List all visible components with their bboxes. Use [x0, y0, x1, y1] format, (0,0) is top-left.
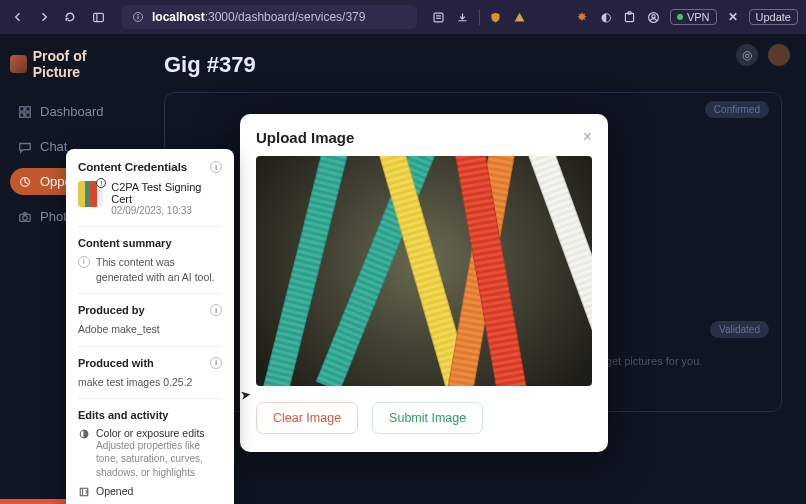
edits-header: Edits and activity — [78, 409, 168, 421]
svg-rect-12 — [20, 106, 24, 110]
vpn-badge[interactable]: VPN — [670, 9, 717, 25]
extensions-icon[interactable] — [622, 9, 638, 25]
sidebar-toggle-icon[interactable] — [88, 7, 108, 27]
edit-title: Opened — [96, 485, 133, 497]
uploaded-image-preview — [256, 156, 592, 386]
shield-icon[interactable] — [488, 9, 504, 25]
svg-point-11 — [652, 14, 655, 17]
opportunities-icon — [18, 175, 32, 189]
produced-with-header: Produced with — [78, 357, 154, 369]
content-credentials-panel: Content Credentials i ! C2PA Test Signin… — [66, 149, 234, 504]
info-icon[interactable]: i — [210, 161, 222, 173]
info-icon[interactable]: i — [210, 357, 222, 369]
browser-chrome: localhost:3000/dashboard/services/379 ✸ … — [0, 0, 806, 34]
svg-point-3 — [137, 14, 139, 16]
produced-by-section: Produced byi Adobe make_test — [78, 293, 222, 345]
produced-by-header: Produced by — [78, 304, 145, 316]
summary-text: This content was generated with an AI to… — [96, 255, 222, 285]
close-tab-icon[interactable]: ✕ — [725, 9, 741, 25]
brand-name: Proof of Picture — [33, 48, 130, 80]
back-button[interactable] — [8, 7, 28, 27]
cert-badge-icon: ! — [96, 178, 106, 188]
edit-title: Color or exposure edits — [96, 427, 222, 439]
credentials-header: Content Credentials i — [78, 161, 222, 173]
edit-item-color: Color or exposure edits Adjusted propert… — [78, 427, 222, 480]
cert-thumbnail: ! — [78, 181, 103, 207]
nav-group — [8, 7, 80, 27]
url-bar[interactable]: localhost:3000/dashboard/services/379 — [122, 5, 417, 29]
submit-image-button[interactable]: Submit Image — [372, 402, 483, 434]
edits-activity-section: Edits and activity Color or exposure edi… — [78, 398, 222, 499]
produced-with-section: Produced withi make test images 0.25.2 — [78, 346, 222, 398]
upload-image-modal: Upload Image × Clear Image Submit Image — [240, 114, 608, 452]
summary-header: Content summary — [78, 237, 172, 249]
cert-name: C2PA Test Signing Cert — [111, 181, 222, 205]
modal-title: Upload Image — [256, 129, 354, 146]
svg-point-18 — [23, 215, 27, 219]
dashboard-icon — [18, 105, 32, 119]
download-icon[interactable] — [455, 9, 471, 25]
info-icon[interactable]: i — [210, 304, 222, 316]
modal-header: Upload Image × — [256, 128, 592, 146]
modal-actions: Clear Image Submit Image — [256, 402, 592, 434]
ext-icon-1[interactable]: ✸ — [574, 9, 590, 25]
chrome-right-icons: ✸ ◐ VPN ✕ Update — [431, 9, 798, 25]
status-badge-validated: Validated — [710, 321, 769, 338]
reader-icon[interactable] — [431, 9, 447, 25]
header-actions: ◎ — [736, 44, 790, 66]
sidebar-item-dashboard[interactable]: Dashboard — [10, 98, 130, 125]
sidebar-item-label: Dashboard — [40, 104, 104, 119]
chat-icon — [18, 140, 32, 154]
svg-rect-5 — [434, 13, 443, 22]
update-button[interactable]: Update — [749, 9, 798, 25]
edit-desc: Adjusted properties like tone, saturatio… — [96, 439, 222, 480]
ribbon-decor — [523, 156, 592, 386]
brand-logo — [10, 55, 27, 73]
app-root: Proof of Picture Dashboard Chat Opport P… — [0, 34, 806, 504]
close-icon[interactable]: × — [583, 128, 592, 146]
warning-icon[interactable] — [512, 9, 528, 25]
page-title: Gig #379 — [164, 52, 782, 78]
status-badge-confirmed: Confirmed — [705, 101, 769, 118]
color-edit-icon — [78, 428, 90, 440]
credentials-header-text: Content Credentials — [78, 161, 187, 173]
account-icon[interactable] — [646, 9, 662, 25]
svg-rect-14 — [20, 112, 24, 116]
svg-rect-15 — [26, 112, 30, 116]
content-summary-section: Content summary i This content was gener… — [78, 226, 222, 293]
edit-item-opened: Opened — [78, 485, 222, 498]
opened-icon — [78, 486, 90, 498]
cert-date: 02/09/2023, 10:33 — [111, 205, 222, 216]
notifications-icon[interactable]: ◎ — [736, 44, 758, 66]
forward-button[interactable] — [34, 7, 54, 27]
clear-image-button[interactable]: Clear Image — [256, 402, 358, 434]
sidebar-item-label: Chat — [40, 139, 67, 154]
cursor-icon: ➤ — [239, 386, 252, 403]
ext-icon-2[interactable]: ◐ — [598, 9, 614, 25]
cert-row: ! C2PA Test Signing Cert 02/09/2023, 10:… — [78, 181, 222, 216]
brand[interactable]: Proof of Picture — [10, 48, 130, 80]
svg-rect-0 — [93, 13, 103, 21]
reload-button[interactable] — [60, 7, 80, 27]
svg-rect-13 — [26, 106, 30, 110]
divider — [479, 9, 480, 25]
svg-rect-20 — [80, 489, 88, 497]
camera-icon — [18, 210, 32, 224]
info-icon: i — [78, 256, 90, 268]
svg-rect-4 — [137, 16, 138, 19]
produced-with-value: make test images 0.25.2 — [78, 375, 222, 390]
avatar[interactable] — [768, 44, 790, 66]
url-host: localhost:3000/dashboard/services/379 — [152, 10, 365, 24]
produced-by-value: Adobe make_test — [78, 322, 222, 337]
site-info-icon[interactable] — [130, 9, 146, 25]
